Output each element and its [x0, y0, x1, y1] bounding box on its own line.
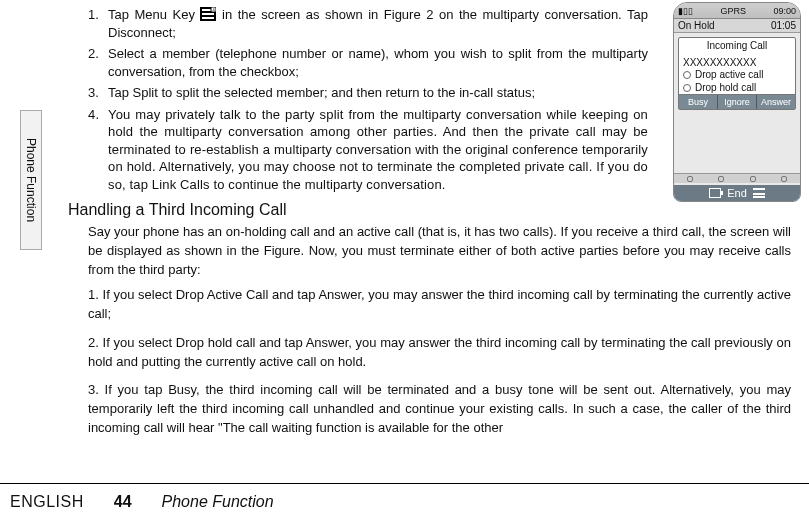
- list-item: 2. Select a member (telephone number or …: [88, 45, 648, 80]
- step-number: 1.: [88, 6, 102, 41]
- menu-key-icon: 4: [200, 7, 216, 21]
- intro-paragraph: Say your phone has an on-holding call an…: [88, 223, 791, 280]
- list-item: 3. If you tap Busy, the third incoming c…: [88, 381, 791, 438]
- list-item: 3. Tap Split to split the selected membe…: [88, 84, 648, 102]
- page-footer: ENGLISH 44 Phone Function: [0, 483, 809, 519]
- third-call-options-list: 1. If you select Drop Active Call and ta…: [88, 286, 791, 438]
- footer-page-number: 44: [114, 493, 132, 511]
- list-item: 2. If you select Drop hold call and tap …: [88, 334, 791, 372]
- step-text: Tap Split to split the selected member; …: [108, 84, 648, 102]
- step-number: 2.: [88, 45, 102, 80]
- footer-section-title: Phone Function: [162, 493, 274, 511]
- step-number: 3.: [88, 84, 102, 102]
- side-tab-phone-function: Phone Function: [20, 110, 42, 250]
- list-item: 4. You may privately talk to the party s…: [88, 106, 648, 194]
- split-steps-list: 1. Tap Menu Key 4 in the screen as shown…: [88, 6, 791, 193]
- section-heading-third-incoming-call: Handling a Third Incoming Call: [68, 201, 791, 219]
- list-item: 1. If you select Drop Active Call and ta…: [88, 286, 791, 324]
- svg-rect-3: [202, 17, 214, 19]
- svg-rect-2: [202, 13, 214, 15]
- svg-text:4: 4: [213, 7, 216, 12]
- list-item: 1. Tap Menu Key 4 in the screen as shown…: [88, 6, 648, 41]
- step-number: 4.: [88, 106, 102, 194]
- step-text: Tap Menu Key 4 in the screen as shown in…: [108, 6, 648, 41]
- step-text: Select a member (telephone number or nam…: [108, 45, 648, 80]
- step-text: You may privately talk to the party spli…: [108, 106, 648, 194]
- page-content: 1. Tap Menu Key 4 in the screen as shown…: [60, 0, 801, 479]
- step-text-part: Tap Menu Key: [108, 7, 200, 22]
- footer-language: ENGLISH: [10, 493, 84, 511]
